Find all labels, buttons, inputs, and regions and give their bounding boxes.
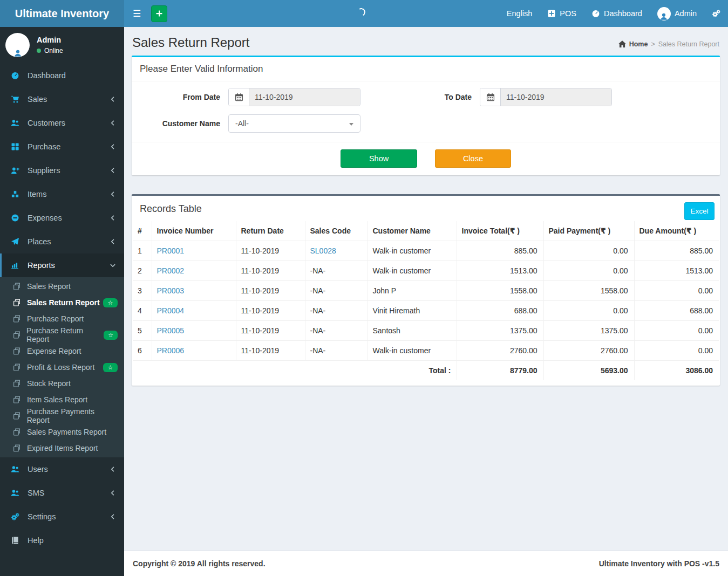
sidebar-item-sales[interactable]: Sales [0, 87, 124, 111]
sidebar-item-suppliers[interactable]: Suppliers [0, 159, 124, 182]
online-dot-icon [37, 49, 41, 53]
invoice-number: PR0002 [152, 261, 236, 281]
sidebar-subitem-purchase-payments-report[interactable]: Purchase Payments Report [0, 408, 124, 424]
show-button[interactable]: Show [341, 149, 417, 168]
sidebar-subitem-expired-items-report[interactable]: Expired Items Report [0, 440, 124, 456]
table-row: 4PR000411-10-2019-NA-Vinit Hiremath688.0… [133, 301, 719, 321]
sales-code: -NA- [305, 281, 368, 301]
sidebar-item-dashboard[interactable]: Dashboard [0, 64, 124, 87]
sidebar-item-label: Expenses [28, 214, 62, 222]
sidebar-item-reports[interactable]: Reports [0, 253, 124, 277]
brand-logo[interactable]: Ultimate Inventory [0, 0, 124, 27]
invoice-number-link[interactable]: PR0006 [157, 346, 185, 355]
sidebar-item-sms[interactable]: SMS [0, 481, 124, 505]
sidebar-item-customers[interactable]: Customers [0, 111, 124, 135]
filter-form: From Date To Date Customer Name [132, 81, 720, 142]
sidebar-item-label: Suppliers [28, 166, 60, 175]
sidebar-subitem-sales-report[interactable]: Sales Report [0, 278, 124, 294]
table-row: 5PR000511-10-2019-NA-Santosh1375.001375.… [133, 321, 719, 341]
total-due-amount: 3086.00 [634, 361, 719, 381]
sidebar-item-help[interactable]: Help [0, 529, 124, 552]
due-amount: 0.00 [634, 281, 719, 301]
sidebar-subitem-purchase-report[interactable]: Purchase Report [0, 311, 124, 327]
to-date-input[interactable] [501, 88, 611, 106]
return-date: 11-10-2019 [236, 281, 305, 301]
sidebar-subitem-expense-report[interactable]: Expense Report [0, 343, 124, 359]
person-icon [659, 12, 668, 20]
close-button[interactable]: Close [435, 149, 511, 168]
sidebar-subitem-label: Sales Payments Report [27, 428, 106, 436]
row-number: 4 [133, 301, 152, 321]
invoice-number: PR0001 [152, 241, 236, 261]
due-amount: 1513.00 [634, 261, 719, 281]
grid-icon [11, 142, 22, 151]
excel-export-button[interactable]: Excel [684, 202, 715, 220]
return-date: 11-10-2019 [236, 261, 305, 281]
copy-icon [12, 395, 22, 404]
sidebar-subitem-label: Stock Report [27, 379, 71, 388]
calendar-icon [480, 88, 501, 106]
sidebar-item-label: Items [28, 190, 46, 198]
sidebar-menu: DashboardSalesCustomersPurchaseSuppliers… [0, 64, 124, 552]
sales-code: -NA- [305, 321, 368, 341]
page-footer: Copyright © 2019 All rights reserved. Ul… [124, 551, 728, 576]
sidebar-toggle-button[interactable]: ☰ [124, 0, 149, 27]
return-date: 11-10-2019 [236, 341, 305, 361]
tachometer-icon [11, 71, 22, 80]
invoice-total: 1375.00 [457, 321, 543, 341]
customer-name: Walk-in customer [368, 241, 457, 261]
gears-icon [11, 512, 22, 521]
customer-name-label: Customer Name [140, 114, 220, 133]
nav-language[interactable]: English [499, 0, 540, 27]
sidebar: Admin Online DashboardSalesCustomersPurc… [0, 27, 124, 576]
invoice-number-link[interactable]: PR0004 [157, 306, 185, 315]
invoice-number-link[interactable]: PR0002 [157, 266, 185, 275]
sidebar-item-label: SMS [28, 489, 44, 497]
sidebar-subitem-sales-payments-report[interactable]: Sales Payments Report [0, 424, 124, 440]
sidebar-subitem-purchase-return-report[interactable]: Purchase Return Report☆ [0, 327, 124, 343]
nav-user-menu[interactable]: Admin [650, 0, 704, 27]
sidebar-item-purchase[interactable]: Purchase [0, 135, 124, 159]
chevron-left-icon [110, 120, 116, 126]
chevron-down-icon [110, 262, 116, 269]
to-date-group [480, 88, 612, 106]
quick-add-button[interactable] [151, 5, 167, 22]
sidebar-item-users[interactable]: Users [0, 457, 124, 481]
loading-spinner-icon [356, 7, 366, 17]
sidebar-item-expenses[interactable]: Expenses [0, 206, 124, 230]
from-date-input[interactable] [249, 88, 360, 106]
chevron-left-icon [110, 167, 116, 174]
sales-code-link[interactable]: SL0028 [310, 246, 336, 255]
copy-icon [12, 347, 22, 355]
breadcrumb-home-link[interactable]: Home [618, 40, 648, 49]
footer-version: Ultimate Inventory with POS -v1.5 [599, 559, 719, 568]
navbar-right-menu: English POS Dashboard Admin [499, 0, 728, 27]
avatar [5, 33, 30, 57]
breadcrumb-current: Sales Return Report [658, 40, 719, 48]
plus-icon [155, 9, 164, 18]
sidebar-subitem-sales-return-report[interactable]: Sales Return Report☆ [0, 294, 124, 311]
total-paid-amount: 5693.00 [543, 361, 634, 381]
invoice-number-link[interactable]: PR0003 [157, 286, 185, 295]
row-number: 5 [133, 321, 152, 341]
sidebar-item-settings[interactable]: Settings [0, 505, 124, 529]
sidebar-subitem-label: Purchase Payments Report [27, 407, 118, 424]
invoice-number-link[interactable]: PR0005 [157, 326, 185, 335]
invoice-number-link[interactable]: PR0001 [157, 246, 185, 255]
sidebar-subitem-item-sales-report[interactable]: Item Sales Report [0, 392, 124, 408]
customer-select[interactable]: -All- [228, 114, 360, 133]
sidebar-item-items[interactable]: Items [0, 182, 124, 206]
sidebar-subitem-stock-report[interactable]: Stock Report [0, 375, 124, 392]
chevron-left-icon [110, 238, 116, 245]
sidebar-subitem-label: Profit & Loss Report [27, 363, 94, 372]
nav-settings[interactable] [704, 0, 728, 27]
sidebar-item-places[interactable]: Places [0, 230, 124, 253]
book-icon [11, 536, 22, 545]
copy-icon [12, 282, 22, 291]
to-date-label: To Date [426, 88, 472, 106]
nav-pos[interactable]: POS [540, 0, 584, 27]
copy-icon [12, 331, 22, 339]
invoice-total: 1558.00 [457, 281, 543, 301]
sidebar-subitem-profit-loss-report[interactable]: Profit & Loss Report☆ [0, 359, 124, 375]
nav-dashboard[interactable]: Dashboard [584, 0, 650, 27]
